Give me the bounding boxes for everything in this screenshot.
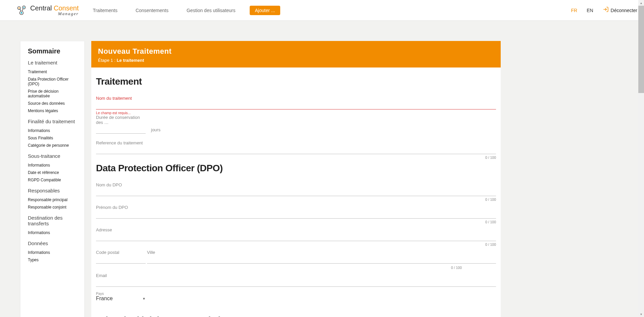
sidebar-link-traitement[interactable]: Traitement [28, 68, 78, 76]
nav-consentements[interactable]: Consentements [132, 5, 172, 16]
field-dpo-ville: Ville [147, 250, 496, 264]
sidebar-section-head[interactable]: Le traitement [28, 60, 78, 65]
sidebar-link-mentions-legales[interactable]: Mentions légales [28, 107, 78, 115]
field-nom-traitement: Nom du traitement [96, 96, 496, 109]
unit-jours: jours [151, 127, 160, 134]
lang-fr[interactable]: FR [571, 8, 577, 13]
sidebar-link-donnees-types[interactable]: Types [28, 256, 78, 264]
app-header: Central Consent Manager Traitements Cons… [0, 0, 644, 21]
label-pays: Pays [96, 291, 146, 296]
input-dpo-nom[interactable] [96, 187, 496, 196]
field-dpo-nom: Nom du DPO [96, 182, 496, 196]
input-dpo-cp[interactable] [96, 255, 146, 264]
field-dpo-adresse: Adresse [96, 227, 496, 241]
input-duree[interactable] [96, 125, 146, 134]
section-title-prise-label: Prise de décision automatisée [96, 315, 226, 317]
lang-en[interactable]: EN [587, 8, 593, 13]
label-dpo-nom: Nom du DPO [96, 182, 496, 187]
counter-dpo-prenom: 0 / 100 [96, 220, 496, 224]
sidebar-link-responsable-principal[interactable]: Responsable principal [28, 196, 78, 203]
section-title-dpo: Data Protection Officer (DPO) [96, 163, 496, 174]
logo-icon [15, 4, 28, 16]
page-banner: Nouveau Traitement Étape 1 : Le traiteme… [91, 41, 501, 67]
input-nom-traitement[interactable] [96, 101, 496, 109]
input-dpo-email[interactable] [96, 278, 496, 287]
input-dpo-prenom[interactable] [96, 210, 496, 219]
chevron-down-icon: ▼ [142, 297, 146, 301]
svg-point-3 [23, 7, 24, 8]
main-content: Nouveau Traitement Étape 1 : Le traiteme… [91, 41, 501, 317]
sidebar-link-responsable-conjoint[interactable]: Responsable conjoint [28, 203, 78, 211]
scroll-up-icon[interactable]: ▴ [638, 0, 644, 6]
sidebar-section-head[interactable]: Finalité du traitement [28, 119, 78, 124]
error-nom-traitement: Le champ est requis... [96, 111, 496, 115]
input-dpo-adresse[interactable] [96, 232, 496, 241]
sidebar-section-head[interactable]: Sous-traitance [28, 153, 78, 159]
label-dpo-ville: Ville [147, 250, 496, 255]
counter-reference: 0 / 100 [96, 155, 496, 160]
logout-icon [603, 6, 609, 14]
label-duree: Durée de conservation des … [96, 115, 146, 125]
field-pays: Pays France ▼ [96, 291, 146, 302]
sidebar-link-destination-informations[interactable]: Informations [28, 229, 78, 236]
logout-label: Déconnecter [611, 8, 637, 13]
sidebar-link-donnees-informations[interactable]: Informations [28, 249, 78, 256]
svg-point-1 [18, 7, 20, 9]
field-dpo-prenom: Prénom du DPO [96, 205, 496, 219]
sidebar-link-categorie-personne[interactable]: Catégorie de personne [28, 142, 78, 149]
banner-title: Nouveau Traitement [98, 47, 494, 56]
input-reference[interactable] [96, 145, 496, 154]
label-dpo-adresse: Adresse [96, 227, 496, 232]
logout-button[interactable]: Déconnecter [603, 6, 637, 14]
svg-point-5 [21, 12, 22, 13]
sidebar-section-head[interactable]: Destination des transferts [28, 215, 78, 226]
counter-dpo-adresse: 0 / 100 [96, 242, 496, 246]
counter-dpo-ville: 0 / 100 [96, 266, 462, 270]
brand-logo: Central Consent Manager [15, 4, 79, 16]
select-pays[interactable]: France ▼ [96, 296, 146, 302]
sidebar-link-prise-decision[interactable]: Prise de décision automatisée [28, 88, 78, 100]
field-dpo-cp: Code postal [96, 250, 146, 264]
input-dpo-ville[interactable] [147, 255, 496, 264]
section-title-traitement: Traitement [96, 76, 496, 87]
field-dpo-email: Email [96, 273, 496, 287]
label-dpo-prenom: Prénom du DPO [96, 205, 496, 210]
nav-ajouter[interactable]: Ajouter ... [250, 6, 281, 15]
label-nom-traitement: Nom du traitement [96, 96, 496, 101]
field-reference: Reference du traitement [96, 140, 496, 154]
select-pays-value: France [96, 296, 113, 302]
sidebar-link-soustraitance-informations[interactable]: Informations [28, 162, 78, 169]
label-reference: Reference du traitement [96, 140, 496, 145]
scroll-down-icon[interactable]: ▾ [638, 311, 644, 317]
svg-line-7 [22, 8, 23, 11]
scrollbar-thumb[interactable] [638, 6, 644, 93]
sidebar-link-sous-finalites[interactable]: Sous Finalités [28, 134, 78, 142]
nav-traitements[interactable]: Traitements [89, 5, 121, 16]
counter-dpo-nom: 0 / 100 [96, 197, 496, 201]
header-right: FR EN Déconnecter [571, 6, 637, 14]
field-duree: Durée de conservation des … [96, 115, 146, 134]
label-dpo-email: Email [96, 273, 496, 278]
svg-line-6 [20, 9, 21, 11]
main-nav: Traitements Consentements Gestion des ut… [89, 5, 281, 16]
sidebar-link-source-donnees[interactable]: Source des données [28, 100, 78, 107]
sidebar-title: Sommaire [28, 47, 78, 55]
nav-gestion-utilisateurs[interactable]: Gestion des utilisateurs [183, 5, 240, 16]
section-title-prise: Prise de décision automatisée [96, 315, 496, 317]
sidebar-section-head[interactable]: Données [28, 240, 78, 246]
sidebar-link-date-reference[interactable]: Date et référence [28, 169, 78, 176]
sidebar-link-finalite-informations[interactable]: Informations [28, 127, 78, 134]
sidebar-link-rgpd-compatible[interactable]: RGPD Compatible [28, 176, 78, 184]
sidebar-section-head[interactable]: Responsables [28, 188, 78, 193]
scrollbar[interactable]: ▴ ▾ [638, 0, 644, 317]
banner-step: Étape 1 : Le traitement [98, 58, 494, 63]
sidebar-summary: Sommaire Le traitement Traitement Data P… [20, 41, 85, 317]
sidebar-link-dpo[interactable]: Data Protection Officer (DPO) [28, 76, 78, 88]
label-dpo-cp: Code postal [96, 250, 146, 255]
